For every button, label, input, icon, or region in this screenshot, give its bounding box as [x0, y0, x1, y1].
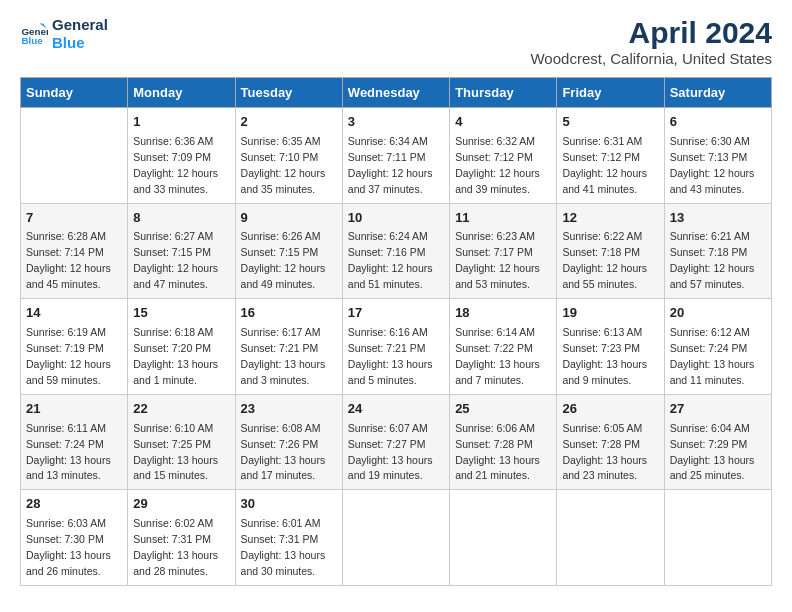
day-detail: Sunrise: 6:34 AM Sunset: 7:11 PM Dayligh… — [348, 135, 433, 195]
day-detail: Sunrise: 6:07 AM Sunset: 7:27 PM Dayligh… — [348, 422, 433, 482]
calendar-cell: 19Sunrise: 6:13 AM Sunset: 7:23 PM Dayli… — [557, 299, 664, 395]
day-number: 4 — [455, 113, 551, 132]
day-number: 11 — [455, 209, 551, 228]
calendar-week-row: 1Sunrise: 6:36 AM Sunset: 7:09 PM Daylig… — [21, 108, 772, 204]
day-number: 10 — [348, 209, 444, 228]
day-detail: Sunrise: 6:16 AM Sunset: 7:21 PM Dayligh… — [348, 326, 433, 386]
day-number: 1 — [133, 113, 229, 132]
day-number: 19 — [562, 304, 658, 323]
day-detail: Sunrise: 6:18 AM Sunset: 7:20 PM Dayligh… — [133, 326, 218, 386]
calendar-cell: 13Sunrise: 6:21 AM Sunset: 7:18 PM Dayli… — [664, 203, 771, 299]
header-day-sunday: Sunday — [21, 78, 128, 108]
calendar-header-row: SundayMondayTuesdayWednesdayThursdayFrid… — [21, 78, 772, 108]
calendar-cell: 7Sunrise: 6:28 AM Sunset: 7:14 PM Daylig… — [21, 203, 128, 299]
calendar-cell: 10Sunrise: 6:24 AM Sunset: 7:16 PM Dayli… — [342, 203, 449, 299]
day-detail: Sunrise: 6:31 AM Sunset: 7:12 PM Dayligh… — [562, 135, 647, 195]
calendar-cell: 8Sunrise: 6:27 AM Sunset: 7:15 PM Daylig… — [128, 203, 235, 299]
day-number: 26 — [562, 400, 658, 419]
day-detail: Sunrise: 6:28 AM Sunset: 7:14 PM Dayligh… — [26, 230, 111, 290]
header-day-wednesday: Wednesday — [342, 78, 449, 108]
day-detail: Sunrise: 6:05 AM Sunset: 7:28 PM Dayligh… — [562, 422, 647, 482]
calendar-cell: 14Sunrise: 6:19 AM Sunset: 7:19 PM Dayli… — [21, 299, 128, 395]
calendar-title: April 2024 — [530, 16, 772, 50]
calendar-cell: 25Sunrise: 6:06 AM Sunset: 7:28 PM Dayli… — [450, 394, 557, 490]
calendar-cell: 23Sunrise: 6:08 AM Sunset: 7:26 PM Dayli… — [235, 394, 342, 490]
day-detail: Sunrise: 6:04 AM Sunset: 7:29 PM Dayligh… — [670, 422, 755, 482]
day-detail: Sunrise: 6:26 AM Sunset: 7:15 PM Dayligh… — [241, 230, 326, 290]
title-area: April 2024 Woodcrest, California, United… — [530, 16, 772, 67]
header-day-monday: Monday — [128, 78, 235, 108]
calendar-cell: 1Sunrise: 6:36 AM Sunset: 7:09 PM Daylig… — [128, 108, 235, 204]
header-day-saturday: Saturday — [664, 78, 771, 108]
day-detail: Sunrise: 6:23 AM Sunset: 7:17 PM Dayligh… — [455, 230, 540, 290]
calendar-cell — [450, 490, 557, 586]
calendar-cell — [664, 490, 771, 586]
calendar-cell: 16Sunrise: 6:17 AM Sunset: 7:21 PM Dayli… — [235, 299, 342, 395]
calendar-subtitle: Woodcrest, California, United States — [530, 50, 772, 67]
calendar-cell: 28Sunrise: 6:03 AM Sunset: 7:30 PM Dayli… — [21, 490, 128, 586]
day-detail: Sunrise: 6:32 AM Sunset: 7:12 PM Dayligh… — [455, 135, 540, 195]
calendar-cell: 24Sunrise: 6:07 AM Sunset: 7:27 PM Dayli… — [342, 394, 449, 490]
header: General Blue General Blue April 2024 Woo… — [20, 16, 772, 67]
day-detail: Sunrise: 6:11 AM Sunset: 7:24 PM Dayligh… — [26, 422, 111, 482]
header-day-friday: Friday — [557, 78, 664, 108]
logo-blue: Blue — [52, 34, 108, 52]
day-number: 23 — [241, 400, 337, 419]
day-number: 16 — [241, 304, 337, 323]
calendar-cell: 27Sunrise: 6:04 AM Sunset: 7:29 PM Dayli… — [664, 394, 771, 490]
day-detail: Sunrise: 6:06 AM Sunset: 7:28 PM Dayligh… — [455, 422, 540, 482]
day-number: 18 — [455, 304, 551, 323]
calendar-cell: 2Sunrise: 6:35 AM Sunset: 7:10 PM Daylig… — [235, 108, 342, 204]
day-number: 29 — [133, 495, 229, 514]
calendar-week-row: 28Sunrise: 6:03 AM Sunset: 7:30 PM Dayli… — [21, 490, 772, 586]
calendar-cell: 22Sunrise: 6:10 AM Sunset: 7:25 PM Dayli… — [128, 394, 235, 490]
day-number: 2 — [241, 113, 337, 132]
day-number: 9 — [241, 209, 337, 228]
calendar-table: SundayMondayTuesdayWednesdayThursdayFrid… — [20, 77, 772, 586]
calendar-cell: 30Sunrise: 6:01 AM Sunset: 7:31 PM Dayli… — [235, 490, 342, 586]
day-number: 5 — [562, 113, 658, 132]
day-detail: Sunrise: 6:13 AM Sunset: 7:23 PM Dayligh… — [562, 326, 647, 386]
day-detail: Sunrise: 6:12 AM Sunset: 7:24 PM Dayligh… — [670, 326, 755, 386]
day-detail: Sunrise: 6:19 AM Sunset: 7:19 PM Dayligh… — [26, 326, 111, 386]
day-detail: Sunrise: 6:27 AM Sunset: 7:15 PM Dayligh… — [133, 230, 218, 290]
calendar-cell: 20Sunrise: 6:12 AM Sunset: 7:24 PM Dayli… — [664, 299, 771, 395]
day-detail: Sunrise: 6:36 AM Sunset: 7:09 PM Dayligh… — [133, 135, 218, 195]
day-number: 22 — [133, 400, 229, 419]
calendar-week-row: 21Sunrise: 6:11 AM Sunset: 7:24 PM Dayli… — [21, 394, 772, 490]
calendar-cell: 4Sunrise: 6:32 AM Sunset: 7:12 PM Daylig… — [450, 108, 557, 204]
logo-icon: General Blue — [20, 20, 48, 48]
calendar-week-row: 14Sunrise: 6:19 AM Sunset: 7:19 PM Dayli… — [21, 299, 772, 395]
calendar-week-row: 7Sunrise: 6:28 AM Sunset: 7:14 PM Daylig… — [21, 203, 772, 299]
day-detail: Sunrise: 6:01 AM Sunset: 7:31 PM Dayligh… — [241, 517, 326, 577]
calendar-cell: 29Sunrise: 6:02 AM Sunset: 7:31 PM Dayli… — [128, 490, 235, 586]
day-detail: Sunrise: 6:02 AM Sunset: 7:31 PM Dayligh… — [133, 517, 218, 577]
calendar-cell: 12Sunrise: 6:22 AM Sunset: 7:18 PM Dayli… — [557, 203, 664, 299]
day-number: 6 — [670, 113, 766, 132]
svg-text:Blue: Blue — [21, 35, 43, 46]
calendar-cell: 26Sunrise: 6:05 AM Sunset: 7:28 PM Dayli… — [557, 394, 664, 490]
day-detail: Sunrise: 6:30 AM Sunset: 7:13 PM Dayligh… — [670, 135, 755, 195]
day-number: 8 — [133, 209, 229, 228]
logo-general: General — [52, 16, 108, 34]
calendar-cell: 18Sunrise: 6:14 AM Sunset: 7:22 PM Dayli… — [450, 299, 557, 395]
day-detail: Sunrise: 6:35 AM Sunset: 7:10 PM Dayligh… — [241, 135, 326, 195]
calendar-cell — [342, 490, 449, 586]
calendar-cell: 15Sunrise: 6:18 AM Sunset: 7:20 PM Dayli… — [128, 299, 235, 395]
day-detail: Sunrise: 6:21 AM Sunset: 7:18 PM Dayligh… — [670, 230, 755, 290]
day-number: 20 — [670, 304, 766, 323]
day-detail: Sunrise: 6:22 AM Sunset: 7:18 PM Dayligh… — [562, 230, 647, 290]
day-number: 24 — [348, 400, 444, 419]
day-number: 21 — [26, 400, 122, 419]
calendar-cell: 21Sunrise: 6:11 AM Sunset: 7:24 PM Dayli… — [21, 394, 128, 490]
day-number: 15 — [133, 304, 229, 323]
day-detail: Sunrise: 6:14 AM Sunset: 7:22 PM Dayligh… — [455, 326, 540, 386]
day-number: 3 — [348, 113, 444, 132]
day-detail: Sunrise: 6:08 AM Sunset: 7:26 PM Dayligh… — [241, 422, 326, 482]
day-detail: Sunrise: 6:03 AM Sunset: 7:30 PM Dayligh… — [26, 517, 111, 577]
day-number: 17 — [348, 304, 444, 323]
calendar-cell: 17Sunrise: 6:16 AM Sunset: 7:21 PM Dayli… — [342, 299, 449, 395]
calendar-cell: 9Sunrise: 6:26 AM Sunset: 7:15 PM Daylig… — [235, 203, 342, 299]
day-number: 28 — [26, 495, 122, 514]
day-number: 14 — [26, 304, 122, 323]
